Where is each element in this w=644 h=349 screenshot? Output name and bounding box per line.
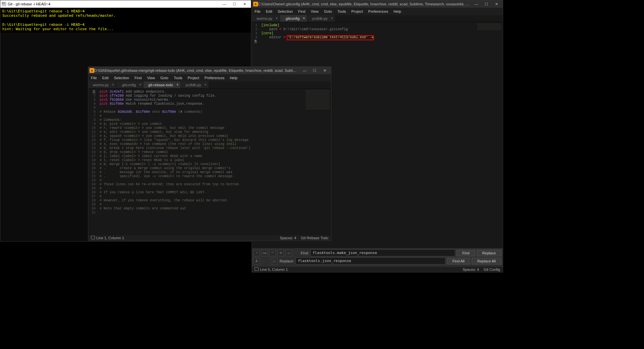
menu-item-selection[interactable]: Selection (275, 8, 296, 14)
terminal-title: Git - git rebase -i HEAD~4 (8, 2, 219, 6)
sublime1-title: C:\Users\Owner\.gitconfig (AHK, cmd, cmd… (258, 2, 471, 6)
word-option[interactable]: “” (269, 250, 276, 256)
maximize-button[interactable]: ☐ (310, 67, 320, 74)
sublime2-title: D:\Git\Etiquette\.git\rebase-merge\git-r… (94, 68, 300, 72)
minimize-button[interactable]: — (471, 1, 481, 7)
menu-item-preferences[interactable]: Preferences (366, 8, 391, 14)
highlight-option[interactable]: ▢ (271, 258, 277, 264)
find-button[interactable]: Find (457, 250, 475, 256)
tab-close-icon[interactable]: × (205, 83, 207, 87)
close-button[interactable]: ✕ (320, 67, 330, 74)
status-position[interactable]: Line 1, Column 1 (91, 236, 124, 240)
sublime1-menubar: File Edit Selection Find View Goto Tools… (252, 8, 503, 15)
sublime2-editor: 1 2 3 4 5 6 7 8 9 10 11 12 13 14 15 16 1… (88, 89, 331, 235)
menu-item-project[interactable]: Project (185, 75, 202, 81)
find-label: Find: (293, 251, 309, 255)
sublime2-tabs: worms.py× .gitconfig× git-rebase-todo× y… (88, 82, 331, 89)
in-selection-option[interactable]: ▭ (285, 250, 292, 256)
menu-item-find[interactable]: Find (296, 8, 308, 14)
sublime1-titlebar[interactable]: S C:\Users\Owner\.gitconfig (AHK, cmd, c… (252, 0, 503, 8)
replace-button[interactable]: Replace (477, 250, 501, 256)
status-syntax[interactable]: Git Rebase Todo (301, 236, 328, 240)
sublime1-tabs: worms.py× .gitconfig× ycdldb.py× (252, 15, 503, 22)
find-input[interactable] (310, 249, 455, 256)
status-position[interactable]: Line 5, Column 1 (255, 267, 288, 271)
menu-item-selection[interactable]: Selection (111, 75, 132, 81)
menu-item-preferences[interactable]: Preferences (202, 75, 227, 81)
replace-input[interactable] (296, 257, 445, 264)
sublime2-statusbar: Line 1, Column 1 Spaces: 4 Git Rebase To… (88, 235, 331, 241)
terminal-titlebar[interactable]: C:\ Git - git rebase -i HEAD~4 — ☐ ✕ (0, 0, 251, 8)
menu-item-file[interactable]: File (88, 75, 100, 81)
sublime-rebase-window: S D:\Git\Etiquette\.git\rebase-merge\git… (88, 66, 331, 241)
menu-item-tools[interactable]: Tools (335, 8, 349, 14)
code-body[interactable]: pick 2c42ef1 Add admin endpoints. pick c… (98, 89, 253, 235)
sublime-icon: S (253, 2, 258, 6)
menu-item-goto[interactable]: Goto (321, 8, 335, 14)
menu-item-find[interactable]: Find (132, 75, 144, 81)
tab-worms[interactable]: worms.py× (88, 82, 116, 88)
tab-close-icon[interactable]: × (139, 83, 141, 87)
menu-item-view[interactable]: View (308, 8, 321, 14)
menu-item-project[interactable]: Project (349, 8, 366, 14)
tab-close-icon[interactable]: × (176, 83, 178, 87)
maximize-button[interactable]: ☐ (229, 1, 239, 7)
menu-item-help[interactable]: Help (227, 75, 240, 81)
tab-close-icon[interactable]: × (303, 16, 305, 20)
close-button[interactable]: ✕ (239, 1, 250, 7)
menu-item-goto[interactable]: Goto (158, 75, 171, 81)
menu-item-tools[interactable]: Tools (171, 75, 185, 81)
status-syntax[interactable]: Git Config (484, 267, 500, 271)
maximize-button[interactable]: ☐ (481, 1, 491, 7)
cmd-icon: C:\ (2, 2, 6, 6)
menu-item-file[interactable]: File (252, 8, 263, 14)
tab-ycdldb[interactable]: ycdldb.py× (307, 15, 335, 22)
preserve-case-option[interactable]: Ȧ (253, 258, 260, 264)
replaceall-button[interactable]: Replace All (472, 258, 501, 264)
status-spaces[interactable]: Spaces: 4 (280, 236, 296, 240)
wrap-option[interactable]: ⟲ (277, 250, 284, 256)
sublime2-menubar: File Edit Selection Find View Goto Tools… (88, 74, 331, 82)
regex-option[interactable]: .* (253, 250, 260, 256)
terminal-body[interactable]: D:\Git\Etiquette>git rebase -i HEAD~4 Su… (0, 8, 251, 33)
menu-item-help[interactable]: Help (391, 8, 404, 14)
tab-gitconfig[interactable]: .gitconfig× (280, 15, 307, 22)
tab-gitconfig[interactable]: .gitconfig× (116, 82, 144, 88)
status-spaces[interactable]: Spaces: 4 (463, 267, 479, 271)
sublime2-titlebar[interactable]: S D:\Git\Etiquette\.git\rebase-merge\git… (88, 67, 331, 74)
replace-label: Replace: (279, 259, 294, 263)
tab-close-icon[interactable]: × (276, 16, 278, 20)
sublime-icon: S (90, 68, 94, 73)
tab-git-rebase-todo[interactable]: git-rebase-todo× (144, 82, 181, 88)
find-replace-panel: .* Aa “” ⟲ ▭ Find: Find Replace Ȧ ▢ Repl… (252, 248, 503, 267)
tab-close-icon[interactable]: × (112, 83, 114, 87)
line-gutter: 1 2 3 4 5 6 7 8 9 10 11 12 13 14 15 16 1… (88, 89, 98, 235)
minimap[interactable] (304, 89, 331, 235)
menu-item-view[interactable]: View (144, 75, 158, 81)
menu-item-edit[interactable]: Edit (263, 8, 275, 14)
close-button[interactable]: ✕ (491, 1, 501, 7)
tab-worms[interactable]: worms.py× (252, 15, 280, 22)
tab-ycdldb[interactable]: ycdldb.py× (181, 82, 209, 88)
case-option[interactable]: Aa (261, 250, 268, 256)
minimize-button[interactable]: — (300, 67, 310, 74)
menu-item-edit[interactable]: Edit (100, 75, 111, 81)
findall-button[interactable]: Find All (447, 258, 470, 264)
minimap[interactable] (476, 22, 503, 248)
minimize-button[interactable]: — (219, 1, 229, 7)
sublime1-statusbar: Line 5, Column 1 Spaces: 4 Git Config (252, 267, 503, 272)
tab-close-icon[interactable]: × (331, 16, 333, 20)
